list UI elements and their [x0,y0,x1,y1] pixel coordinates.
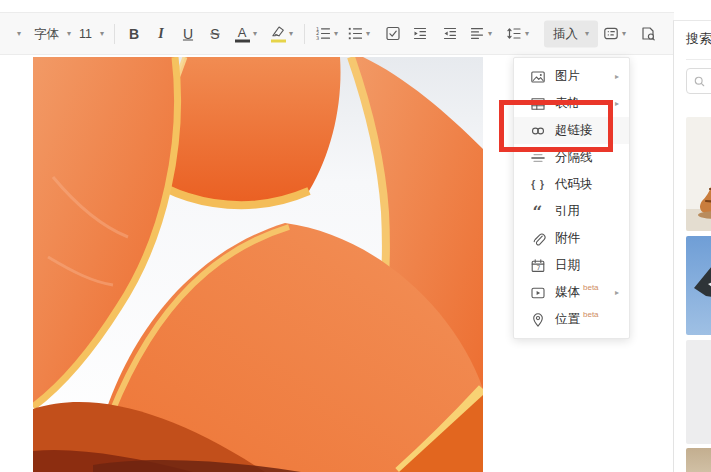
font-color-letter: A [234,25,250,38]
indent-increase-icon [412,26,428,42]
menu-item-label: 代码块 [555,176,593,193]
menu-item-quote[interactable]: “ 引用 [514,198,629,225]
chevron-down-icon: ▾ [525,30,529,38]
search-panel-title: 搜索 [686,30,711,48]
panel-divider [686,59,711,60]
image-search-panel: 搜索 [673,20,711,472]
template-button[interactable]: ▾ [600,20,629,47]
line-spacing-icon [506,26,522,42]
menu-item-label: 媒体 [555,284,580,301]
find-replace-button[interactable] [637,20,659,47]
bold-button[interactable]: B [123,20,145,47]
menu-item-table[interactable]: 表格 ▸ [514,90,629,117]
menu-item-label: 超链接 [555,122,593,139]
search-icon [693,75,706,88]
font-family-label: 字体 [34,25,59,42]
hyperlink-icon [530,123,546,139]
highlight-color-swatch [271,39,286,42]
svg-text:7: 7 [537,263,541,270]
menu-item-label: 分隔线 [555,149,593,166]
format-toolbar: ▾ 字体 ▾ 11 ▾ B I U S A ▾ [0,12,674,55]
code-block-icon: { } [530,177,546,193]
font-size-value: 11 [79,27,92,41]
menu-item-label: 引用 [555,203,580,220]
menu-item-label: 图片 [555,68,580,85]
attachment-icon [530,231,546,247]
submenu-arrow-icon: ▸ [615,99,619,108]
submenu-arrow-icon: ▸ [615,288,619,297]
find-replace-icon [640,26,656,42]
ordered-list-button[interactable]: 1 2 3 ▾ [312,20,341,47]
font-family-dropdown[interactable]: 字体 ▾ [31,20,74,47]
search-input[interactable] [706,74,711,88]
bullet-list-button[interactable]: ▾ [344,20,373,47]
indent-increase-button[interactable] [409,20,431,47]
media-icon [530,285,546,301]
highlight-color-button[interactable]: ▾ [268,20,296,47]
indent-decrease-icon [442,26,458,42]
chevron-down-icon: ▾ [289,30,293,38]
bullet-list-icon [347,26,363,42]
chevron-down-icon: ▾ [100,30,104,38]
chevron-down-icon: ▾ [622,30,626,38]
chevron-down-icon: ▾ [366,30,370,38]
search-input-box[interactable] [686,68,711,94]
highlighter-pen-icon [271,25,286,38]
font-size-dropdown[interactable]: 11 ▾ [76,20,107,47]
template-icon [603,26,619,42]
ordered-list-icon: 1 2 3 [315,26,331,42]
chevron-down-icon: ▾ [488,30,492,38]
checklist-button[interactable] [382,20,404,47]
svg-text:3: 3 [316,35,319,41]
orange-flower-petals-photo[interactable] [33,57,483,472]
menu-item-label: 日期 [555,257,580,274]
image-icon [530,69,546,85]
toolbar-divider [304,24,305,44]
line-spacing-button[interactable]: ▾ [503,20,532,47]
strikethrough-button[interactable]: S [204,20,226,47]
checkbox-icon [385,26,401,42]
menu-item-location[interactable]: 位置 beta [514,306,629,333]
align-left-icon [469,26,485,42]
calendar-icon: 7 [530,258,546,274]
quote-icon: “ [530,204,546,220]
beta-badge: beta [583,310,599,319]
indent-decrease-button[interactable] [439,20,461,47]
table-icon [530,96,546,112]
toolbar-divider [114,24,115,44]
insert-button[interactable]: 插入 ▾ [544,20,598,47]
divider-line-icon [530,150,546,166]
submenu-arrow-icon: ▸ [615,72,619,81]
sand-photo-thumbnail[interactable] [686,448,711,472]
bird-photo-thumbnail[interactable] [686,236,711,335]
style-dropdown-button[interactable]: ▾ [14,20,24,47]
chevron-down-icon: ▾ [253,30,257,38]
beta-badge: beta [583,283,599,292]
menu-item-label: 表格 [555,95,580,112]
insert-dropdown-menu: 图片 ▸ 表格 ▸ 超链接 [513,57,630,339]
menu-item-hyperlink[interactable]: 超链接 [514,117,629,144]
chevron-down-icon: ▾ [17,30,21,38]
blank-photo-thumbnail[interactable] [686,340,711,444]
menu-item-image[interactable]: 图片 ▸ [514,63,629,90]
font-color-swatch [235,39,250,42]
align-button[interactable]: ▾ [466,20,495,47]
location-pin-icon [530,312,546,328]
animal-photo-thumbnail[interactable] [686,117,711,231]
chevron-down-icon: ▾ [67,30,71,38]
menu-item-label: 位置 [555,311,580,328]
editor-window: ▾ 字体 ▾ 11 ▾ B I U S A ▾ [0,0,711,472]
menu-item-divider-line[interactable]: 分隔线 [514,144,629,171]
menu-item-attachment[interactable]: 附件 [514,225,629,252]
font-color-button[interactable]: A ▾ [231,20,260,47]
menu-item-label: 附件 [555,230,580,247]
chevron-down-icon: ▾ [585,30,589,38]
insert-button-label: 插入 [553,25,578,42]
italic-button[interactable]: I [150,20,172,47]
menu-item-code-block[interactable]: { } 代码块 [514,171,629,198]
chevron-down-icon: ▾ [334,30,338,38]
underline-button[interactable]: U [177,20,199,47]
menu-item-date[interactable]: 7 日期 [514,252,629,279]
menu-item-media[interactable]: 媒体 beta ▸ [514,279,629,306]
